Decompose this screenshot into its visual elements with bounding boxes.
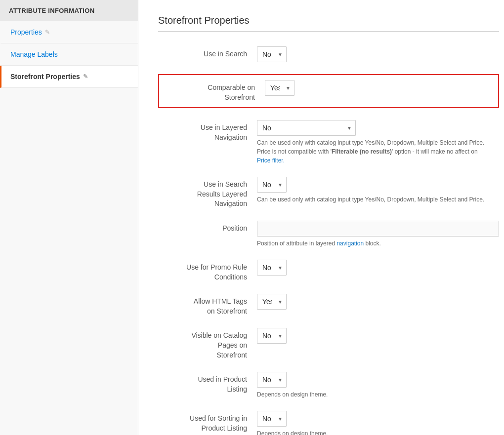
sidebar-item-storefront-properties[interactable]: Storefront Properties ✎ bbox=[0, 66, 138, 88]
select-wrapper-allow-html: No Yes bbox=[257, 294, 287, 310]
control-promo-rule-conditions: No Yes bbox=[257, 260, 499, 276]
label-use-in-search: Use in Search bbox=[158, 46, 257, 59]
main-content: Storefront Properties Use in Search No Y… bbox=[138, 0, 504, 435]
field-allow-html-tags: Allow HTML Tagson Storefront No Yes bbox=[158, 294, 499, 316]
hint-product-listing: Depends on design theme. bbox=[257, 390, 499, 399]
sidebar: Attribute Information Properties ✎ Manag… bbox=[0, 0, 138, 435]
select-promo-rule-conditions[interactable]: No Yes bbox=[257, 260, 287, 276]
control-used-for-sorting: No Yes Depends on design theme. bbox=[257, 411, 499, 435]
select-used-for-sorting[interactable]: No Yes bbox=[257, 411, 287, 427]
control-used-in-product-listing: No Yes Depends on design theme. bbox=[257, 372, 499, 399]
select-wrapper-product-listing: No Yes bbox=[257, 372, 287, 388]
field-position: Position Position of attribute in layere… bbox=[158, 221, 499, 248]
page-title: Storefront Properties bbox=[158, 15, 499, 26]
select-wrapper-use-in-search: No Yes bbox=[257, 46, 287, 62]
field-use-in-search: Use in Search No Yes bbox=[158, 46, 499, 62]
label-search-results-layered-navigation: Use in SearchResults LayeredNavigation bbox=[158, 177, 257, 209]
sidebar-item-properties[interactable]: Properties ✎ bbox=[0, 21, 138, 43]
select-use-in-search[interactable]: No Yes bbox=[257, 46, 287, 62]
control-comparable-on-storefront: No Yes bbox=[265, 80, 491, 96]
control-use-in-search: No Yes bbox=[257, 46, 499, 62]
select-wrapper-sorting: No Yes bbox=[257, 411, 287, 427]
select-allow-html-tags[interactable]: No Yes bbox=[257, 294, 287, 310]
edit-icon-storefront: ✎ bbox=[83, 73, 88, 80]
label-promo-rule-conditions: Use for Promo RuleConditions bbox=[158, 260, 257, 282]
select-wrapper-layered-nav: No Filterable (with results) Filterable … bbox=[257, 120, 356, 136]
control-visible-catalog-pages: No Yes bbox=[257, 328, 499, 344]
hint-layered-navigation: Can be used only with catalog input type… bbox=[257, 138, 499, 165]
sidebar-item-manage-labels[interactable]: Manage Labels bbox=[0, 43, 138, 66]
label-position: Position bbox=[158, 221, 257, 234]
input-position[interactable] bbox=[257, 221, 499, 237]
label-allow-html-tags: Allow HTML Tagson Storefront bbox=[158, 294, 257, 316]
sidebar-item-storefront-properties-label: Storefront Properties bbox=[10, 73, 80, 80]
label-use-in-layered-navigation: Use in LayeredNavigation bbox=[158, 120, 257, 142]
price-filter-link[interactable]: Price filter. bbox=[257, 157, 285, 164]
edit-icon-properties: ✎ bbox=[45, 29, 50, 36]
field-used-for-sorting: Used for Sorting inProduct Listing No Ye… bbox=[158, 411, 499, 435]
control-search-results-layered-navigation: No Yes Can be used only with catalog inp… bbox=[257, 177, 499, 204]
sidebar-item-properties-label: Properties bbox=[10, 28, 42, 36]
label-visible-catalog-pages: Visible on CatalogPages onStorefront bbox=[158, 328, 257, 360]
field-visible-catalog-pages: Visible on CatalogPages onStorefront No … bbox=[158, 328, 499, 360]
label-used-in-product-listing: Used in ProductListing bbox=[158, 372, 257, 394]
select-wrapper-search-results-nav: No Yes bbox=[257, 177, 287, 193]
hint-sorting: Depends on design theme. bbox=[257, 429, 499, 435]
sidebar-header: Attribute Information bbox=[0, 0, 138, 21]
field-used-in-product-listing: Used in ProductListing No Yes Depends on… bbox=[158, 372, 499, 399]
control-position: Position of attribute in layered navigat… bbox=[257, 221, 499, 248]
field-search-results-layered-navigation: Use in SearchResults LayeredNavigation N… bbox=[158, 177, 499, 209]
hint-position: Position of attribute in layered navigat… bbox=[257, 239, 499, 248]
select-comparable-on-storefront[interactable]: No Yes bbox=[265, 80, 294, 96]
field-promo-rule-conditions: Use for Promo RuleConditions No Yes bbox=[158, 260, 499, 282]
select-use-in-layered-navigation[interactable]: No Filterable (with results) Filterable … bbox=[257, 120, 356, 136]
hint-search-results-nav: Can be used only with catalog input type… bbox=[257, 195, 499, 204]
select-wrapper-promo-rule: No Yes bbox=[257, 260, 287, 276]
control-allow-html-tags: No Yes bbox=[257, 294, 499, 310]
select-used-in-product-listing[interactable]: No Yes bbox=[257, 372, 287, 388]
field-comparable-on-storefront: Comparable onStorefront No Yes bbox=[158, 74, 499, 108]
select-visible-catalog-pages[interactable]: No Yes bbox=[257, 328, 287, 344]
navigation-link[interactable]: navigation bbox=[336, 240, 364, 247]
control-use-in-layered-navigation: No Filterable (with results) Filterable … bbox=[257, 120, 499, 165]
sidebar-item-manage-labels-label: Manage Labels bbox=[10, 50, 58, 58]
field-use-in-layered-navigation: Use in LayeredNavigation No Filterable (… bbox=[158, 120, 499, 165]
select-wrapper-comparable: No Yes bbox=[265, 80, 294, 96]
select-search-results-layered-navigation[interactable]: No Yes bbox=[257, 177, 287, 193]
select-wrapper-visible-catalog: No Yes bbox=[257, 328, 287, 344]
label-used-for-sorting: Used for Sorting inProduct Listing bbox=[158, 411, 257, 433]
label-comparable-on-storefront: Comparable onStorefront bbox=[166, 80, 265, 102]
section-divider bbox=[158, 31, 499, 32]
